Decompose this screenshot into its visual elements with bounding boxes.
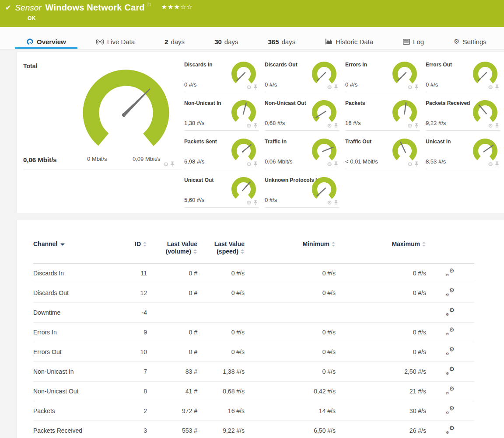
channel-settings-gears-icon[interactable]: ⚙⚙ (446, 387, 455, 394)
gear-icon[interactable]: ⚙ (488, 161, 493, 167)
channel-settings-gears-icon[interactable]: ⚙⚙ (446, 367, 455, 375)
gear-icon[interactable]: ⚙ (246, 200, 252, 205)
gear-icon[interactable]: ⚙ (246, 84, 252, 90)
tab-settings[interactable]: ⚙ Settings (442, 34, 498, 49)
tab-historic-data[interactable]: Historic Data (314, 34, 385, 49)
col-header-maximum[interactable]: Maximum (336, 240, 426, 264)
gear-icon[interactable]: ⚙ (327, 161, 332, 167)
sort-toggle-icon (241, 249, 245, 254)
channel-gauge-tile[interactable]: Discards Out 0 #/s ⚙ (265, 58, 339, 92)
pin-icon[interactable] (170, 161, 175, 167)
pin-icon[interactable] (414, 161, 419, 167)
pin-icon[interactable] (334, 200, 338, 205)
channel-gauge-tile[interactable]: Packets Sent 6,98 #/s ⚙ (184, 135, 259, 169)
total-gauge-tile[interactable]: Total 0 Mbit/s 0,09 Mbit/s 0,06 Mbit/s ⚙ (23, 56, 182, 170)
channel-gauge-tile[interactable]: Traffic In 0,06 Mbit/s ⚙ (265, 135, 339, 169)
pin-icon[interactable] (253, 161, 258, 167)
gear-icon[interactable]: ⚙ (327, 200, 332, 205)
gear-icon[interactable]: ⚙ (407, 123, 413, 129)
pin-icon[interactable] (495, 123, 499, 129)
cell-channel: Discards In (33, 264, 127, 283)
tab-log[interactable]: Log (392, 34, 435, 49)
channel-gauge (231, 99, 257, 125)
channel-gauge-tile[interactable]: Unicast Out 5,60 #/s ⚙ (184, 174, 259, 208)
cell-minimum: 0 #/s (245, 342, 336, 362)
gear-icon[interactable]: ⚙ (407, 161, 413, 167)
gear-icon[interactable]: ⚙ (246, 161, 252, 167)
col-header-actions (426, 240, 474, 264)
channel-table-row[interactable]: Errors In 9 0 # 0 #/s 0 #/s 0 #/s ⚙⚙ (33, 323, 474, 342)
cell-channel: Packets Received (33, 421, 127, 438)
cell-maximum: 0 #/s (336, 264, 426, 283)
pin-icon[interactable] (253, 84, 258, 90)
channel-table-row[interactable]: Errors Out 10 0 # 0 #/s 0 #/s 0 #/s ⚙⚙ (33, 342, 474, 362)
pin-icon[interactable] (253, 123, 258, 129)
cell-last-value-volume: 0 # (147, 264, 197, 283)
channel-table-row[interactable]: Discards Out 12 0 # 0 #/s 0 #/s 0 #/s ⚙⚙ (33, 283, 474, 303)
gear-icon[interactable]: ⚙ (488, 123, 493, 129)
gear-icon[interactable]: ⚙ (407, 84, 413, 90)
pin-icon[interactable] (334, 161, 338, 167)
cell-minimum: 0 #/s (245, 362, 336, 382)
channel-table-row[interactable]: Downtime -4 ⚙⚙ (33, 303, 474, 323)
gear-icon[interactable]: ⚙ (488, 84, 493, 90)
priority-star-rating[interactable]: ★★★☆☆ (161, 3, 193, 11)
tab-30-days[interactable]: 30 days (203, 34, 249, 49)
channel-table-row[interactable]: Discards In 11 0 # 0 #/s 0 #/s 0 #/s ⚙⚙ (33, 264, 474, 283)
tab-overview[interactable]: Overview (15, 34, 77, 49)
gear-icon[interactable]: ⚙ (327, 84, 332, 90)
channel-gauge-title: Packets Received (426, 100, 470, 106)
gear-icon[interactable]: ⚙ (327, 123, 332, 129)
channel-gauge-tile[interactable]: Packets Received 9,22 #/s ⚙ (426, 97, 500, 131)
tab-icon (403, 39, 410, 45)
pin-icon[interactable] (334, 84, 338, 90)
channel-gauge-tile[interactable]: Errors In 0 #/s ⚙ (345, 58, 420, 92)
total-label: Total (23, 63, 37, 70)
channel-settings-gears-icon[interactable]: ⚙⚙ (446, 289, 455, 296)
channel-settings-gears-icon[interactable]: ⚙⚙ (446, 308, 455, 316)
channel-gauge-tile[interactable]: Non-Unicast Out 0,68 #/s ⚙ (265, 97, 339, 131)
col-header-id[interactable]: ID (127, 240, 147, 264)
flag-icon[interactable]: ⚐ (147, 2, 152, 8)
channel-settings-gears-icon[interactable]: ⚙⚙ (446, 407, 455, 414)
col-header-last-value-speed[interactable]: Last Value (speed) (197, 240, 245, 264)
gear-icon[interactable]: ⚙ (246, 123, 252, 129)
gauge-scale-max: 0,09 Mbit/s (133, 156, 161, 162)
col-header-channel[interactable]: Channel (33, 240, 127, 264)
channel-table-row[interactable]: Packets Received 3 553 # 9,22 #/s 6,50 #… (33, 421, 474, 438)
channel-table-row[interactable]: Non-Unicast In 7 83 # 1,38 #/s 0 #/s 2,5… (33, 362, 474, 382)
pin-icon[interactable] (253, 200, 258, 205)
col-header-last-value-volume[interactable]: Last Value (volume) (147, 240, 197, 264)
cell-last-value-speed: 9,22 #/s (197, 421, 245, 438)
channel-table-row[interactable]: Non-Unicast Out 8 41 # 0,68 #/s 0,42 #/s… (33, 382, 474, 401)
channel-settings-gears-icon[interactable]: ⚙⚙ (446, 348, 455, 355)
channel-gauge-tile[interactable]: Discards In 0 #/s ⚙ (184, 58, 259, 92)
channel-table-row[interactable]: Packets 2 972 # 16 #/s 14 #/s 30 #/s ⚙⚙ (33, 401, 474, 421)
cell-channel: Downtime (33, 303, 127, 323)
cell-last-value-volume (147, 303, 197, 323)
cell-last-value-speed: 0 #/s (197, 264, 245, 283)
channel-gauges-grid: Discards In 0 #/s ⚙ Discards Out 0 #/s ⚙ (184, 58, 500, 208)
pin-icon[interactable] (495, 84, 499, 90)
cell-id: 2 (127, 401, 147, 421)
pin-icon[interactable] (495, 161, 499, 167)
channel-gauge-tile[interactable]: Errors Out 0 #/s ⚙ (426, 58, 500, 92)
channel-gauge-value: < 0,01 Mbit/s (345, 158, 378, 165)
channel-settings-gears-icon[interactable]: ⚙⚙ (446, 269, 455, 276)
pin-icon[interactable] (414, 84, 419, 90)
channel-gauge-tile[interactable]: Packets 16 #/s ⚙ (345, 97, 420, 131)
tab-2-days[interactable]: 2 days (153, 34, 196, 49)
tab-365-days[interactable]: 365 days (257, 34, 307, 49)
channel-settings-gears-icon[interactable]: ⚙⚙ (446, 426, 455, 434)
cell-maximum: 30 #/s (336, 401, 426, 421)
gear-icon[interactable]: ⚙ (163, 161, 168, 167)
channel-gauge-tile[interactable]: Traffic Out < 0,01 Mbit/s ⚙ (345, 135, 420, 169)
channel-settings-gears-icon[interactable]: ⚙⚙ (446, 328, 455, 335)
channel-gauge-tile[interactable]: Non-Unicast In 1,38 #/s ⚙ (184, 97, 259, 131)
pin-icon[interactable] (414, 123, 419, 129)
col-header-minimum[interactable]: Minimum (245, 240, 336, 264)
tab-live-data[interactable]: Live Data (84, 34, 146, 49)
channel-gauge-tile[interactable]: Unicast In 8,53 #/s ⚙ (426, 135, 500, 169)
pin-icon[interactable] (334, 123, 338, 129)
channel-gauge-tile[interactable]: Unknown Protocols In 0 #/s ⚙ (265, 174, 339, 208)
